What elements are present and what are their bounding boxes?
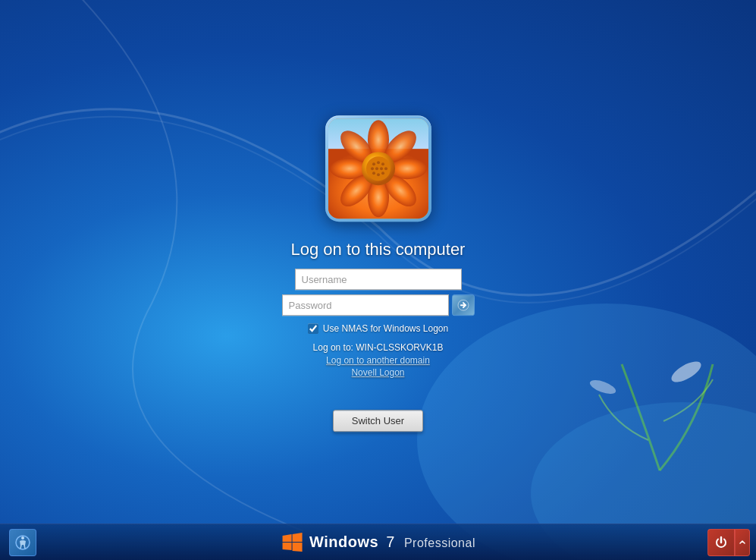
arrow-right-icon — [457, 299, 469, 311]
windows-word: Windows — [309, 533, 378, 550]
chevron-up-icon — [739, 539, 746, 546]
svg-point-16 — [372, 162, 375, 165]
windows-edition: Professional — [404, 536, 475, 549]
svg-point-23 — [372, 171, 375, 175]
svg-point-20 — [375, 167, 378, 170]
username-row — [295, 269, 462, 290]
svg-point-19 — [371, 167, 374, 170]
svg-point-28 — [21, 536, 24, 540]
svg-point-25 — [381, 171, 384, 175]
taskbar-right — [707, 529, 756, 556]
svg-point-17 — [377, 161, 380, 164]
login-panel: Log on to this computer Use NMAS for Win… — [282, 115, 475, 432]
taskbar: Windows 7 Professional — [0, 524, 756, 560]
flower-image — [328, 118, 428, 219]
password-row — [282, 294, 475, 316]
windows-logo-icon — [281, 531, 303, 554]
ease-of-access-icon — [14, 534, 31, 551]
power-icon — [714, 536, 728, 549]
svg-point-22 — [384, 167, 387, 170]
password-input[interactable] — [282, 294, 449, 316]
windows-title: Windows 7 Professional — [309, 533, 475, 551]
logon-info: Log on to: WIN-CLSSKORVK1B Log on to ano… — [313, 340, 444, 378]
svg-point-18 — [381, 162, 384, 165]
login-title: Log on to this computer — [291, 240, 466, 260]
username-input[interactable] — [295, 269, 462, 290]
nmas-checkbox-row: Use NMAS for Windows Logon — [308, 323, 448, 334]
logon-domain-link[interactable]: Log on to another domain — [313, 355, 444, 366]
taskbar-left — [0, 529, 36, 556]
taskbar-branding: Windows 7 Professional — [281, 531, 475, 554]
submit-button[interactable] — [452, 294, 475, 316]
windows-version: 7 — [386, 533, 395, 550]
nmas-label[interactable]: Use NMAS for Windows Logon — [323, 323, 448, 334]
ease-of-access-button[interactable] — [9, 529, 36, 556]
svg-point-21 — [380, 167, 383, 170]
power-button-group — [707, 529, 750, 556]
switch-user-button[interactable]: Switch User — [333, 410, 423, 432]
avatar-image — [328, 118, 428, 219]
power-expand-button[interactable] — [735, 529, 750, 556]
power-button[interactable] — [707, 529, 735, 556]
svg-point-24 — [377, 173, 380, 176]
novell-logon-link[interactable]: Novell Logon — [313, 367, 444, 378]
logon-to-text: Log on to: WIN-CLSSKORVK1B — [313, 342, 444, 353]
user-avatar — [325, 115, 431, 222]
nmas-checkbox[interactable] — [308, 323, 318, 334]
